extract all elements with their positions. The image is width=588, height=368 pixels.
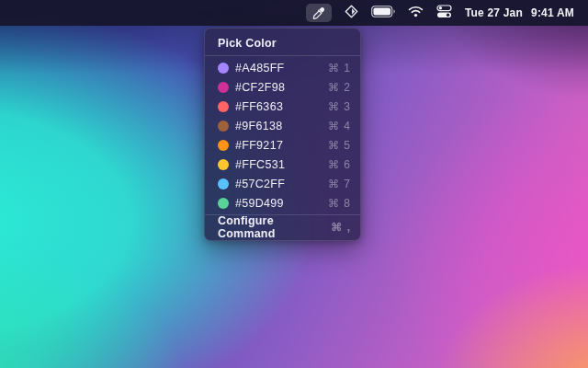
color-menu-item[interactable]: #FFC531 ⌘ 6: [205, 155, 360, 174]
desktop: Tue 27 Jan 9:41 AM Pick Color #A485FF ⌘ …: [0, 0, 588, 368]
color-hex-label: #9F6138: [235, 120, 328, 132]
configure-command-label: Configure Command: [218, 214, 331, 240]
color-menu-item[interactable]: #FF6363 ⌘ 3: [205, 97, 360, 116]
color-hex-label: #57C2FF: [235, 178, 328, 190]
color-swatch: [218, 101, 229, 112]
menubar: Tue 27 Jan 9:41 AM: [0, 0, 588, 26]
menu-shortcut: ⌘ ,: [331, 221, 351, 234]
color-swatch: [218, 63, 229, 74]
menu-shortcut: ⌘ 7: [328, 178, 351, 190]
menu-shortcut: ⌘ 8: [328, 197, 351, 210]
color-swatch: [218, 121, 229, 132]
menu-shortcut: ⌘ 1: [328, 62, 351, 75]
color-hex-label: #FFC531: [235, 158, 328, 171]
color-menu-item[interactable]: #CF2F98 ⌘ 2: [205, 77, 360, 97]
menubar-status-area: Tue 27 Jan 9:41 AM: [306, 4, 574, 22]
eyedropper-icon: [311, 6, 325, 20]
color-hex-label: #FF9217: [235, 139, 328, 152]
color-menu-item[interactable]: #57C2FF ⌘ 7: [205, 174, 360, 193]
menubar-date: Tue 27 Jan: [465, 6, 523, 19]
color-swatch: [218, 159, 229, 170]
color-menu-item[interactable]: #A485FF ⌘ 1: [205, 58, 360, 77]
menu-shortcut: ⌘ 5: [328, 139, 351, 152]
menu-shortcut: ⌘ 2: [328, 81, 351, 94]
wifi-icon[interactable]: [408, 6, 424, 20]
menu-header: Pick Color: [205, 29, 360, 55]
color-hex-label: #CF2F98: [235, 81, 328, 94]
color-list: #A485FF ⌘ 1 #CF2F98 ⌘ 2 #FF6363 ⌘ 3 #9F6…: [205, 56, 360, 214]
menu-shortcut: ⌘ 4: [328, 120, 351, 132]
menubar-clock[interactable]: Tue 27 Jan 9:41 AM: [465, 6, 574, 19]
color-menu-item[interactable]: #59D499 ⌘ 8: [205, 193, 360, 213]
battery-icon[interactable]: [371, 6, 395, 20]
color-menu-item[interactable]: #FF9217 ⌘ 5: [205, 135, 360, 155]
menubar-time: 9:41 AM: [531, 6, 574, 19]
color-swatch: [218, 178, 229, 190]
color-menu-item[interactable]: #9F6138 ⌘ 4: [205, 116, 360, 135]
color-swatch: [218, 140, 229, 151]
pick-color-menu: Pick Color #A485FF ⌘ 1 #CF2F98 ⌘ 2 #FF63…: [204, 28, 361, 241]
color-hex-label: #59D499: [235, 197, 328, 210]
color-hex-label: #FF6363: [235, 100, 328, 113]
color-swatch: [218, 82, 229, 93]
color-sampler-icon[interactable]: [345, 5, 358, 21]
color-swatch: [218, 198, 229, 209]
color-picker-menubar-button[interactable]: [306, 4, 332, 22]
control-center-icon[interactable]: [436, 5, 452, 21]
menu-shortcut: ⌘ 3: [328, 100, 351, 113]
menu-shortcut: ⌘ 6: [328, 158, 351, 171]
color-hex-label: #A485FF: [235, 62, 328, 75]
menu-header-label: Pick Color: [218, 37, 277, 50]
configure-command-item[interactable]: Configure Command ⌘ ,: [205, 215, 360, 239]
